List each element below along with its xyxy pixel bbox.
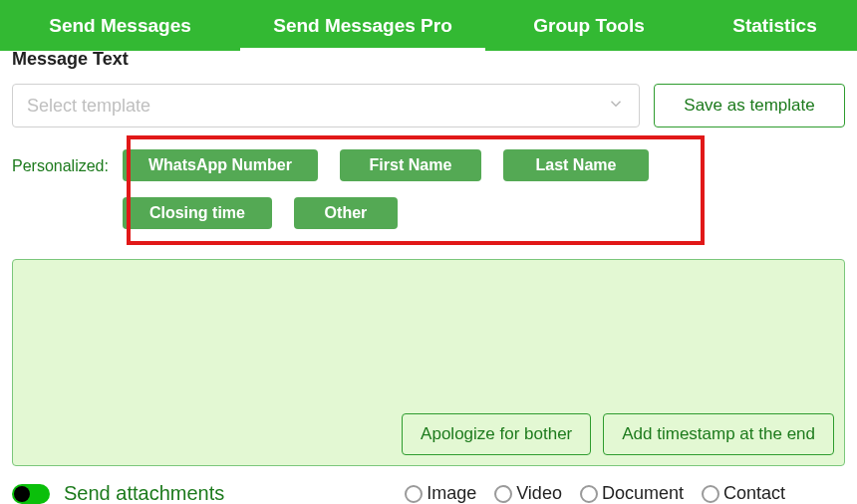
radio-label: Image bbox=[427, 483, 476, 504]
radio-image[interactable]: Image bbox=[405, 483, 476, 504]
attachment-type-radios: Image Video Document Contact bbox=[405, 483, 785, 504]
chevron-down-icon bbox=[607, 95, 625, 118]
apologize-button[interactable]: Apologize for bother bbox=[402, 413, 591, 455]
template-select[interactable]: Select template bbox=[12, 84, 640, 127]
radio-video[interactable]: Video bbox=[494, 483, 562, 504]
save-as-template-button[interactable]: Save as template bbox=[654, 84, 845, 127]
radio-icon bbox=[580, 485, 598, 503]
radio-document[interactable]: Document bbox=[580, 483, 684, 504]
personalized-chips: WhatsApp Number First Name Last Name Clo… bbox=[123, 149, 681, 229]
section-title: Message Text bbox=[12, 49, 845, 70]
chip-other[interactable]: Other bbox=[294, 197, 398, 229]
chip-last-name[interactable]: Last Name bbox=[503, 149, 649, 181]
top-nav: Send Messages Send Messages Pro Group To… bbox=[0, 0, 857, 51]
template-select-placeholder: Select template bbox=[27, 96, 150, 117]
send-attachments-toggle[interactable] bbox=[12, 484, 50, 504]
radio-label: Document bbox=[602, 483, 684, 504]
add-timestamp-button[interactable]: Add timestamp at the end bbox=[603, 413, 834, 455]
radio-icon bbox=[494, 485, 512, 503]
chip-closing-time[interactable]: Closing time bbox=[123, 197, 272, 229]
radio-contact[interactable]: Contact bbox=[702, 483, 785, 504]
radio-label: Contact bbox=[723, 483, 785, 504]
chip-whatsapp-number[interactable]: WhatsApp Number bbox=[123, 149, 318, 181]
chip-first-name[interactable]: First Name bbox=[340, 149, 481, 181]
tab-send-messages-pro[interactable]: Send Messages Pro bbox=[240, 0, 485, 51]
send-attachments-label: Send attachments bbox=[64, 482, 224, 504]
message-editor[interactable]: Apologize for bother Add timestamp at th… bbox=[12, 259, 845, 466]
tab-group-tools[interactable]: Group Tools bbox=[485, 0, 693, 51]
tab-send-messages[interactable]: Send Messages bbox=[0, 0, 240, 51]
radio-icon bbox=[702, 485, 719, 503]
personalized-label: Personalized: bbox=[12, 149, 109, 175]
radio-label: Video bbox=[516, 483, 562, 504]
radio-icon bbox=[405, 485, 423, 503]
tab-statistics[interactable]: Statistics bbox=[693, 0, 857, 51]
